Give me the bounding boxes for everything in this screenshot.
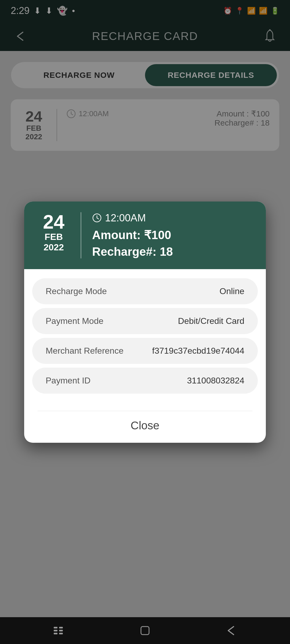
modal-overlay: 24 FEB 2022 12:00AM Amount: ₹100 Recharg… bbox=[0, 0, 290, 644]
recharge-detail-modal: 24 FEB 2022 12:00AM Amount: ₹100 Recharg… bbox=[24, 202, 266, 443]
modal-year: 2022 bbox=[38, 242, 70, 253]
payment-mode-label: Payment Mode bbox=[46, 316, 103, 326]
modal-date: 24 FEB 2022 bbox=[38, 212, 70, 253]
modal-recharge-num: Recharge#: 18 bbox=[92, 245, 252, 258]
modal-amount: Amount: ₹100 bbox=[92, 228, 252, 242]
modal-header: 24 FEB 2022 12:00AM Amount: ₹100 Recharg… bbox=[24, 202, 266, 269]
modal-month: FEB bbox=[38, 232, 70, 242]
recharge-mode-label: Recharge Mode bbox=[46, 286, 107, 296]
detail-row-payment-id: Payment ID 311008032824 bbox=[32, 368, 258, 394]
modal-header-divider bbox=[81, 212, 81, 258]
recharge-mode-value: Online bbox=[220, 286, 245, 296]
modal-footer: Close bbox=[24, 403, 266, 443]
detail-row-payment-mode: Payment Mode Debit/Credit Card bbox=[32, 308, 258, 334]
modal-time: 12:00AM bbox=[92, 212, 252, 224]
modal-day: 24 bbox=[38, 212, 70, 232]
close-button[interactable]: Close bbox=[130, 419, 159, 432]
modal-body: Recharge Mode Online Payment Mode Debit/… bbox=[24, 269, 266, 403]
modal-footer-divider bbox=[38, 411, 252, 411]
merchant-ref-label: Merchant Reference bbox=[46, 346, 124, 356]
merchant-ref-value: f3719c37ecbd19e74044 bbox=[152, 346, 244, 356]
detail-row-recharge-mode: Recharge Mode Online bbox=[32, 278, 258, 304]
payment-id-label: Payment ID bbox=[46, 376, 90, 386]
detail-row-merchant-ref: Merchant Reference f3719c37ecbd19e74044 bbox=[32, 338, 258, 364]
payment-id-value: 311008032824 bbox=[187, 376, 244, 386]
modal-info: 12:00AM Amount: ₹100 Recharge#: 18 bbox=[92, 212, 252, 258]
payment-mode-value: Debit/Credit Card bbox=[178, 316, 244, 326]
